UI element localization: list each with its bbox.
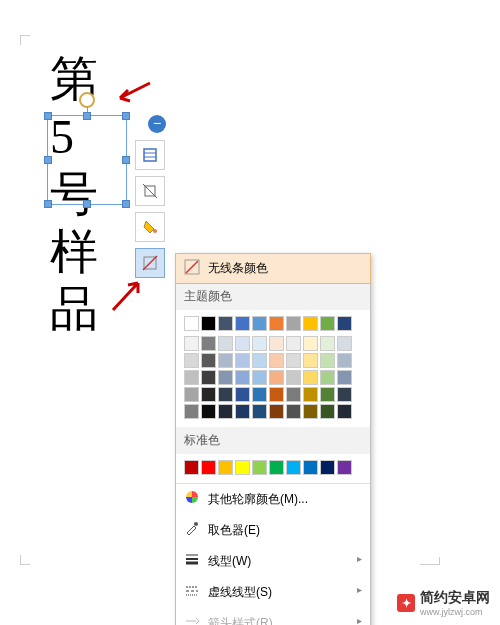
color-swatch[interactable] <box>303 387 318 402</box>
color-swatch[interactable] <box>218 460 233 475</box>
color-swatch[interactable] <box>286 353 301 368</box>
color-swatch[interactable] <box>235 404 250 419</box>
color-swatch[interactable] <box>218 387 233 402</box>
rotate-handle-icon[interactable] <box>79 92 95 108</box>
color-swatch[interactable] <box>303 404 318 419</box>
color-swatch[interactable] <box>235 460 250 475</box>
layout-options-button[interactable] <box>135 140 165 170</box>
color-swatch[interactable] <box>303 353 318 368</box>
color-swatch[interactable] <box>269 370 284 385</box>
color-swatch[interactable] <box>235 316 250 331</box>
color-swatch[interactable] <box>320 336 335 351</box>
color-swatch[interactable] <box>201 387 216 402</box>
crop-icon <box>142 183 158 199</box>
color-swatch[interactable] <box>269 353 284 368</box>
resize-handle[interactable] <box>44 156 52 164</box>
color-swatch[interactable] <box>184 353 199 368</box>
textbox-selection[interactable] <box>47 115 127 205</box>
color-swatch[interactable] <box>286 460 301 475</box>
color-swatch[interactable] <box>320 370 335 385</box>
color-swatch[interactable] <box>269 460 284 475</box>
color-swatch[interactable] <box>320 353 335 368</box>
color-swatch[interactable] <box>303 460 318 475</box>
menu-label: 箭头样式(R) <box>208 616 273 625</box>
color-swatch[interactable] <box>337 370 352 385</box>
color-swatch[interactable] <box>184 387 199 402</box>
color-swatch[interactable] <box>218 353 233 368</box>
color-swatch[interactable] <box>269 336 284 351</box>
color-swatch[interactable] <box>201 404 216 419</box>
color-swatch[interactable] <box>286 336 301 351</box>
color-swatch[interactable] <box>218 336 233 351</box>
color-swatch[interactable] <box>320 460 335 475</box>
color-swatch[interactable] <box>252 353 267 368</box>
eyedropper-icon <box>184 521 200 537</box>
color-swatch[interactable] <box>337 460 352 475</box>
resize-handle[interactable] <box>122 156 130 164</box>
color-swatch[interactable] <box>337 387 352 402</box>
resize-handle[interactable] <box>44 200 52 208</box>
fill-button[interactable] <box>135 212 165 242</box>
resize-handle[interactable] <box>122 200 130 208</box>
color-swatch[interactable] <box>286 387 301 402</box>
color-swatch[interactable] <box>218 370 233 385</box>
color-swatch[interactable] <box>235 353 250 368</box>
color-swatch[interactable] <box>201 370 216 385</box>
color-swatch[interactable] <box>252 370 267 385</box>
line-style-item[interactable]: 线型(W) ▸ <box>176 546 370 577</box>
color-swatch[interactable] <box>184 460 199 475</box>
color-swatch[interactable] <box>201 316 216 331</box>
color-swatch[interactable] <box>252 316 267 331</box>
color-swatch[interactable] <box>201 353 216 368</box>
annotation-arrow-2 <box>108 275 148 315</box>
color-swatch[interactable] <box>337 316 352 331</box>
color-swatch[interactable] <box>269 316 284 331</box>
floating-toolbar <box>135 140 167 284</box>
color-swatch[interactable] <box>184 370 199 385</box>
color-swatch[interactable] <box>235 370 250 385</box>
color-swatch[interactable] <box>235 336 250 351</box>
color-swatch[interactable] <box>252 387 267 402</box>
color-swatch[interactable] <box>320 404 335 419</box>
color-swatch[interactable] <box>252 460 267 475</box>
eyedropper-item[interactable]: 取色器(E) <box>176 515 370 546</box>
svg-rect-0 <box>144 149 156 161</box>
color-swatch[interactable] <box>337 353 352 368</box>
remove-button[interactable]: − <box>148 115 166 133</box>
color-swatch[interactable] <box>286 316 301 331</box>
color-swatch[interactable] <box>286 404 301 419</box>
color-swatch[interactable] <box>269 404 284 419</box>
color-swatch[interactable] <box>184 404 199 419</box>
color-swatch[interactable] <box>320 316 335 331</box>
color-swatch[interactable] <box>337 404 352 419</box>
color-swatch[interactable] <box>201 336 216 351</box>
dash-style-item[interactable]: 虚线线型(S) ▸ <box>176 577 370 608</box>
color-swatch[interactable] <box>235 387 250 402</box>
resize-handle[interactable] <box>122 112 130 120</box>
color-swatch[interactable] <box>184 316 199 331</box>
crop-button[interactable] <box>135 176 165 206</box>
color-swatch[interactable] <box>303 316 318 331</box>
color-swatch[interactable] <box>286 370 301 385</box>
color-swatch[interactable] <box>218 316 233 331</box>
color-swatch[interactable] <box>218 404 233 419</box>
layout-icon <box>142 147 158 163</box>
resize-handle[interactable] <box>44 112 52 120</box>
color-swatch[interactable] <box>201 460 216 475</box>
menu-label: 取色器(E) <box>208 523 260 537</box>
submenu-arrow-icon: ▸ <box>357 553 362 564</box>
color-swatch[interactable] <box>303 336 318 351</box>
color-swatch[interactable] <box>252 336 267 351</box>
color-swatch[interactable] <box>320 387 335 402</box>
more-colors-item[interactable]: 其他轮廓颜色(M)... <box>176 484 370 515</box>
menu-label: 虚线线型(S) <box>208 585 272 599</box>
no-line-color-item[interactable]: 无线条颜色 <box>175 253 371 284</box>
color-swatch[interactable] <box>269 387 284 402</box>
outline-button[interactable] <box>135 248 165 278</box>
color-swatch[interactable] <box>184 336 199 351</box>
resize-handle[interactable] <box>83 112 91 120</box>
color-swatch[interactable] <box>252 404 267 419</box>
color-swatch[interactable] <box>337 336 352 351</box>
color-swatch[interactable] <box>303 370 318 385</box>
resize-handle[interactable] <box>83 200 91 208</box>
